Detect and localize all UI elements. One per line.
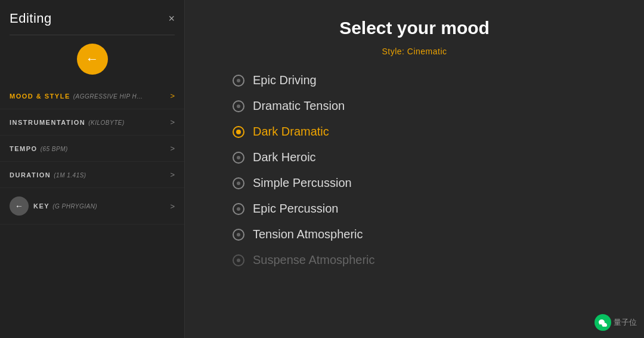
nav-chevron-key: > [170, 202, 175, 211]
nav-item-mood-style[interactable]: MOOD & STYLE (AGGRESSIVE HIP H… > [0, 83, 184, 109]
mood-name-dark-heroic: Dark Heroic [253, 150, 316, 164]
nav-sub-duration: (1M 1.41S) [54, 172, 86, 179]
nav-item-tempo[interactable]: TEMPO (65 BPM) > [0, 136, 184, 162]
nav-main-instrumentation: INSTRUMENTATION [10, 119, 85, 126]
nav-sub-instrumentation: (KILOBYTE) [88, 119, 125, 126]
watermark-text: 量子位 [614, 317, 637, 328]
mood-item-epic-driving[interactable]: Epic Driving [221, 68, 608, 93]
nav-main-key: KEY [33, 202, 49, 210]
mood-radio-simple-percussion [233, 177, 244, 189]
nav-sub-key: (G PHRYGIAN) [52, 203, 97, 210]
nav-items-list: MOOD & STYLE (AGGRESSIVE HIP H… > INSTRU… [0, 78, 184, 338]
mood-name-epic-percussion: Epic Percussion [253, 202, 338, 216]
mood-name-tension-atmospheric: Tension Atmospheric [253, 228, 363, 241]
nav-label-tempo: TEMPO (65 BPM) [10, 145, 170, 152]
nav-chevron-instrumentation: > [170, 118, 175, 127]
nav-item-duration[interactable]: DURATION (1M 1.41S) > [0, 162, 184, 188]
close-button[interactable]: × [168, 13, 175, 24]
mood-list: Epic Driving Dramatic Tension Dark Drama… [221, 68, 608, 272]
mood-radio-epic-percussion [233, 203, 244, 215]
nav-chevron-tempo: > [170, 144, 175, 153]
key-back-arrow-icon: ← [15, 201, 23, 211]
mood-radio-epic-driving [233, 75, 244, 87]
mood-item-dark-heroic[interactable]: Dark Heroic [221, 145, 608, 170]
mood-radio-suspense-atmospheric [233, 254, 244, 266]
page-title: Select your mood [221, 18, 608, 38]
mood-name-dramatic-tension: Dramatic Tension [253, 99, 345, 113]
back-button[interactable]: ← [77, 44, 108, 75]
key-row: ← KEY (G PHRYGIAN) [10, 196, 97, 216]
mood-item-tension-atmospheric[interactable]: Tension Atmospheric [221, 222, 608, 247]
mood-name-suspense-atmospheric: Suspense Atmospheric [253, 253, 375, 267]
back-arrow-icon: ← [86, 51, 99, 67]
mood-name-simple-percussion: Simple Percussion [253, 176, 352, 190]
nav-sub-mood-style: (AGGRESSIVE HIP H… [73, 93, 143, 100]
wechat-icon [595, 314, 611, 331]
nav-sub-tempo: (65 BPM) [41, 146, 68, 152]
nav-main-tempo: TEMPO [10, 145, 38, 152]
style-label: Style: Cinematic [221, 47, 608, 56]
nav-label-instrumentation: INSTRUMENTATION (KILOBYTE) [10, 119, 170, 126]
mood-name-dark-dramatic: Dark Dramatic [253, 125, 329, 139]
mood-item-dramatic-tension[interactable]: Dramatic Tension [221, 94, 608, 118]
nav-chevron-mood-style: > [170, 91, 175, 100]
nav-main-mood-style: MOOD & STYLE [10, 93, 70, 100]
back-button-container: ← [0, 35, 184, 78]
mood-item-dark-dramatic[interactable]: Dark Dramatic [221, 119, 608, 144]
mood-radio-dramatic-tension [233, 100, 244, 112]
left-header: Editing × [0, 0, 184, 35]
editing-title: Editing [10, 11, 52, 26]
nav-item-instrumentation[interactable]: INSTRUMENTATION (KILOBYTE) > [0, 109, 184, 136]
left-panel: Editing × ← MOOD & STYLE (AGGRESSIVE HIP… [0, 0, 185, 338]
nav-item-key[interactable]: ← KEY (G PHRYGIAN) > [0, 188, 184, 225]
right-panel: Select your mood Style: Cinematic Epic D… [185, 0, 644, 338]
watermark: 量子位 [595, 314, 637, 331]
nav-label-key: KEY (G PHRYGIAN) [33, 202, 97, 210]
mood-item-epic-percussion[interactable]: Epic Percussion [221, 196, 608, 221]
nav-label-duration: DURATION (1M 1.41S) [10, 171, 170, 179]
nav-chevron-duration: > [170, 170, 175, 179]
mood-item-suspense-atmospheric[interactable]: Suspense Atmospheric [221, 248, 608, 272]
mood-radio-tension-atmospheric [233, 229, 244, 241]
mood-item-simple-percussion[interactable]: Simple Percussion [221, 171, 608, 195]
mood-name-epic-driving: Epic Driving [253, 73, 317, 87]
key-back-button[interactable]: ← [10, 196, 29, 216]
nav-main-duration: DURATION [10, 171, 51, 179]
mood-radio-dark-heroic [233, 152, 244, 164]
mood-radio-dark-dramatic [233, 126, 244, 138]
nav-label-mood-style: MOOD & STYLE (AGGRESSIVE HIP H… [10, 93, 170, 100]
